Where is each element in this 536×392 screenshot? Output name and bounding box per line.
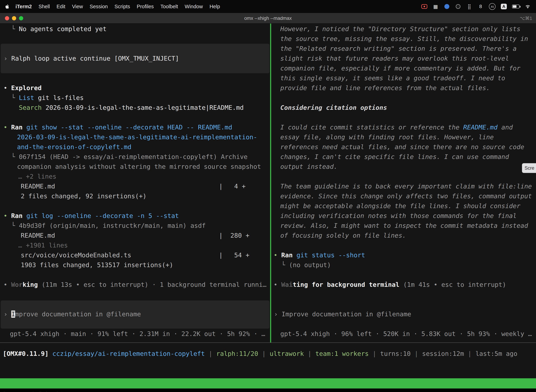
list-keyword: List	[19, 94, 34, 101]
commit-subject: 4b9d30f (origin/main, instructkr/main, m…	[19, 222, 206, 229]
input-source-icon[interactable]: A	[501, 3, 507, 10]
separator: |	[205, 350, 216, 357]
banner-text: Ralph loop active continue [OMX_TMUX_INJ…	[11, 55, 179, 62]
prompt-input-line[interactable]: › Improve documentation in @filename	[274, 309, 411, 319]
diffstat-line: README.md | 4 +	[21, 182, 246, 191]
explored-label: Explored	[11, 84, 42, 92]
separator: |	[304, 350, 315, 357]
screen-edge-button[interactable]: Scre	[522, 163, 536, 173]
thinking-text: I could cite commit statistics or refere…	[280, 124, 463, 131]
ran-git-show-header: • Ran git show --stat --oneline --decora…	[4, 122, 232, 132]
omx-last-activity: last:5m ago	[475, 350, 517, 357]
more-lines-indicator: … +1901 lines	[18, 240, 68, 250]
separator: |	[369, 350, 380, 357]
thinking-line: However, I noticed the "Directory Struct…	[280, 24, 520, 34]
input-prompt-glyph: ›	[274, 311, 282, 318]
thinking-line: might be acceptable alongside the file l…	[280, 201, 520, 211]
thinking-line: the source tree, missing the essay. Stil…	[280, 34, 528, 44]
thinking-line: The team guideline is to back every impo…	[280, 182, 532, 191]
battery-gauge-icon[interactable]: .61	[489, 3, 496, 10]
git-log-command: git log --oneline --decorate -n 5 --stat	[23, 212, 179, 219]
search-keyword: Search	[19, 104, 42, 111]
wifi-icon[interactable]	[525, 3, 531, 10]
menu-bar: iTerm2 Shell Edit View Session Scripts P…	[0, 0, 536, 13]
left-pane: └ No agents completed yet › Ralph loop a…	[0, 23, 270, 342]
blue-app-icon[interactable]	[444, 3, 450, 10]
ralph-banner-line: › Ralph loop active continue [OMX_TMUX_I…	[4, 54, 179, 63]
menu-item-help[interactable]: Help	[210, 4, 220, 9]
battery-gauge-value: .61	[489, 3, 496, 10]
bullet-icon: •	[4, 124, 11, 131]
ran-label: Ran	[11, 124, 23, 131]
waiting-status-line: • Waiting for background terminal (1m 41…	[274, 280, 506, 289]
waiting-detail: (1m 41s • esc to interrupt)	[399, 281, 506, 288]
apps-grid-icon[interactable]: ⣿	[466, 3, 472, 10]
terminal-window: └ No agents completed yet › Ralph loop a…	[0, 23, 536, 378]
text-cursor: I	[11, 311, 15, 318]
command-continuation-line: and-the-erosion-of-copyleft.md	[17, 142, 131, 152]
menu-item-edit[interactable]: Edit	[57, 4, 65, 9]
ran-label: Ran	[11, 212, 23, 219]
menu-item-profiles[interactable]: Profiles	[137, 4, 154, 9]
menu-item-window[interactable]: Window	[185, 4, 203, 9]
thinking-heading: Considering citation options	[280, 103, 387, 112]
explored-search-line: Search 2026-03-09-is-legal-the-same-as-l…	[19, 103, 244, 112]
tree-branch-glyph: └	[281, 261, 289, 269]
title-bar: omx --xhigh --madmax ⌥⌘1	[0, 13, 536, 23]
working-detail: (11m 13s • esc to interrupt) · 1 backgro…	[38, 281, 266, 288]
thinking-line: evidence. Since this change only affects…	[280, 191, 532, 201]
explored-header: • Explored	[4, 83, 42, 93]
explored-list-line: └ List git ls-files	[11, 93, 84, 103]
keyboard-number-icon[interactable]: 8	[478, 3, 483, 10]
menu-item-iterm2[interactable]: iTerm2	[15, 4, 32, 9]
banner-prompt: ›	[4, 55, 11, 62]
menu-item-toolbelt[interactable]: Toolbelt	[160, 4, 178, 9]
model-status-line: gpt-5.4 xhigh · main · 91% left · 2.31M …	[10, 329, 265, 339]
thinking-line: provide file and line references from th…	[280, 83, 490, 93]
git-status-command: git status --short	[293, 252, 365, 259]
bullet-icon: •	[274, 252, 281, 259]
menu-item-session[interactable]: Session	[90, 4, 108, 9]
working-shimmer-dim: Wor	[11, 281, 23, 288]
thinking-line: the "Related research writing" section i…	[280, 44, 517, 54]
menu-item-view[interactable]: View	[72, 4, 83, 9]
omx-turns: turns:10	[380, 350, 411, 357]
working-status-line: • Working (11m 13s • esc to interrupt) ·…	[4, 280, 267, 289]
window-title: omx --xhigh --madmax	[0, 13, 536, 23]
command-continuation-line: 2026-03-09-is-legal-the-same-as-legitima…	[17, 132, 257, 142]
right-pane: However, I noticed the "Directory Struct…	[271, 23, 536, 342]
thinking-line: references need actual files, and since …	[280, 142, 524, 152]
tree-branch-glyph: └	[11, 25, 19, 33]
menu-item-shell[interactable]: Shell	[38, 4, 50, 9]
battery-icon[interactable]	[512, 3, 519, 10]
readme-file-reference: README.md	[463, 124, 498, 131]
bullet-icon: •	[4, 212, 11, 219]
no-agents-text: No agents completed yet	[19, 25, 107, 33]
ran-git-status-header: • Ran git status --short	[274, 250, 365, 260]
screen-recording-icon[interactable]	[421, 3, 427, 10]
thinking-line: changes, I can't cite specific file line…	[280, 152, 509, 162]
omx-ralph-counter: ralph:11/20	[216, 350, 258, 357]
separator: |	[411, 350, 422, 357]
more-lines-indicator: … +2 lines	[18, 172, 57, 182]
separator: |	[258, 350, 270, 357]
diffstat-line: src/voice/voiceModeEnabled.ts | 54 +	[21, 250, 249, 260]
omx-team-workers: team:1 workers	[315, 350, 368, 357]
thinking-line: companion file, especially if more comme…	[280, 63, 520, 73]
diffstat-summary: 2 files changed, 92 insertions(+)	[21, 191, 147, 201]
working-shimmer-bright: king	[23, 281, 38, 288]
thinking-line: this single essay, it seems like a good …	[280, 73, 505, 83]
omx-branch: cczip/essay/ai-reimplementation-copyleft	[53, 350, 205, 357]
apple-menu-icon[interactable]	[5, 4, 10, 9]
tmux-session-name: [omx-cczip0:bash*	[2, 388, 64, 392]
menu-item-scripts[interactable]: Scripts	[115, 4, 130, 9]
bullet-icon: •	[274, 281, 281, 288]
input-text: Improve documentation in @filename	[282, 311, 411, 318]
tree-branch-glyph: └	[11, 94, 19, 101]
prompt-input-line[interactable]: › Improve documentation in @filename	[4, 309, 141, 319]
tree-branch-glyph: └	[11, 153, 19, 160]
dark-app-icon[interactable]	[455, 3, 461, 10]
thinking-line: including verification notes with those …	[280, 211, 517, 221]
omx-session-time: session:12m	[422, 350, 464, 357]
window-grid-icon[interactable]: ▦	[433, 3, 439, 10]
